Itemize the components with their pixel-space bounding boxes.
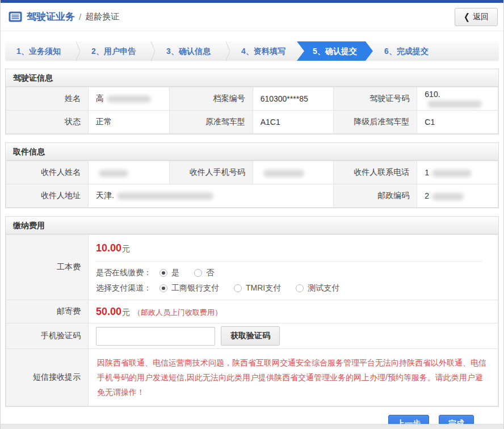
table-row: 手机验证码 获取验证码 — [6, 323, 498, 349]
fees-title: 缴纳费用 — [6, 217, 498, 234]
back-button-label: 返回 — [473, 12, 489, 22]
card-fee-amount-line: 10.00元 — [96, 242, 490, 254]
file-number-value: 610300****85 — [253, 87, 334, 111]
card-fee-label: 工本费 — [6, 235, 89, 300]
breadcrumb-primary: 驾驶证业务 — [27, 10, 75, 23]
breadcrumb-secondary: 超龄换证 — [85, 11, 119, 22]
radio-online-pay-yes[interactable]: 是 — [159, 268, 179, 278]
status-label: 状态 — [6, 111, 89, 134]
table-row: 状态 正常 原准驾车型 A1C1 降级后准驾车型 C1 — [6, 111, 498, 134]
fees-table: 工本费 10.00元 是否在线缴费： 是 — [6, 234, 498, 406]
tab-step-3[interactable]: 3、确认信息 — [155, 41, 222, 61]
radio-label: 工商银行支付 — [171, 283, 219, 293]
downgraded-class-label: 降级后准驾车型 — [334, 111, 417, 134]
currency-unit: 元 — [122, 308, 130, 317]
license-info-table: 姓名 高 档案编号 610300****85 驾驶证号码 610. 状态 正常 … — [6, 87, 498, 134]
radio-label: TMRI支付 — [246, 283, 281, 293]
sms-code-input[interactable] — [96, 327, 215, 346]
recipient-mobile-label: 收件人手机号码 — [169, 161, 253, 184]
license-list-icon — [9, 11, 22, 22]
radio-label: 否 — [206, 268, 214, 278]
tab-filler — [440, 41, 499, 61]
license-number-label: 驾驶证号码 — [334, 87, 417, 111]
table-row: 邮寄费 50.00元（邮政人员上门收取费用） — [6, 300, 498, 323]
name-value: 高 — [89, 87, 170, 111]
table-row: 姓名 高 档案编号 610300****85 驾驶证号码 610. — [6, 87, 498, 111]
page-header: 驾驶证业务 / 超龄换证 ❮ 返回 — [1, 3, 503, 31]
radio-unchecked-icon — [234, 284, 242, 292]
radio-label: 测试支付 — [308, 283, 339, 293]
currency-unit: 元 — [122, 244, 130, 253]
license-info-section: 驾驶证信息 姓名 高 档案编号 610300****85 驾驶证号码 610. … — [5, 69, 499, 134]
recipient-address-value: 天津. — [89, 184, 334, 208]
recipient-name-value — [89, 161, 170, 184]
tab-step-5-active[interactable]: 5、确认提交 — [297, 41, 373, 61]
radio-channel-tmri[interactable]: TMRI支付 — [234, 283, 281, 293]
redaction-smudge — [263, 170, 304, 177]
name-label: 姓名 — [6, 87, 89, 111]
chevron-left-icon: ❮ — [464, 12, 470, 22]
recipient-phone-value: 1 — [417, 161, 498, 184]
radio-channel-test[interactable]: 测试支付 — [296, 283, 339, 293]
tab-separator — [72, 41, 80, 61]
recipient-mobile-value — [253, 161, 334, 184]
card-fee-cell: 10.00元 是否在线缴费： 是 否 — [89, 235, 498, 300]
recipient-phone-label: 收件人联系电话 — [334, 161, 417, 184]
pickup-info-section: 取件信息 收件人姓名 收件人手机号码 收件人联系电话 1 收件人地址 天津. 邮… — [5, 142, 499, 208]
sms-tip-text: 因陕西省联通、电信运营商技术问题，陕西省互联网交通安全综合服务管理平台无法向持陕… — [97, 355, 489, 399]
file-number-label: 档案编号 — [169, 87, 253, 111]
card-fee-amount: 10.00 — [96, 242, 121, 254]
recipient-address-label: 收件人地址 — [6, 184, 89, 208]
pickup-info-title: 取件信息 — [6, 143, 498, 161]
tab-step-1[interactable]: 1、业务须知 — [5, 41, 72, 61]
online-pay-label: 是否在线缴费： — [96, 268, 152, 278]
mail-fee-label: 邮寄费 — [6, 300, 89, 323]
pay-channel-row: 选择支付渠道： 工商银行支付 TMRI支付 测试支付 — [96, 283, 490, 293]
mail-fee-amount: 50.00 — [96, 306, 121, 317]
table-row: 收件人地址 天津. 邮政编码 2 — [6, 184, 498, 208]
bottom-strip — [1, 424, 503, 429]
radio-online-pay-no[interactable]: 否 — [194, 268, 214, 278]
redaction-smudge — [107, 95, 151, 103]
tab-step-4[interactable]: 4、资料填写 — [230, 41, 297, 61]
table-row: 收件人姓名 收件人手机号码 收件人联系电话 1 — [6, 161, 498, 184]
pickup-info-table: 收件人姓名 收件人手机号码 收件人联系电话 1 收件人地址 天津. 邮政编码 2 — [6, 161, 498, 208]
tab-step-2[interactable]: 2、用户申告 — [80, 41, 147, 61]
radio-checked-icon — [159, 269, 167, 277]
tab-step-6[interactable]: 6、完成提交 — [373, 41, 440, 61]
radio-unchecked-icon — [194, 269, 202, 277]
postal-code-label: 邮政编码 — [334, 184, 417, 208]
radio-unchecked-icon — [296, 284, 304, 292]
redaction-smudge — [432, 193, 464, 200]
tab-separator — [147, 41, 155, 61]
online-pay-row: 是否在线缴费： 是 否 — [96, 268, 490, 278]
status-value: 正常 — [89, 111, 170, 134]
breadcrumb-separator: / — [79, 12, 81, 22]
pay-channel-label: 选择支付渠道： — [96, 283, 152, 293]
fees-section: 缴纳费用 工本费 10.00元 是否在线缴费： 是 — [5, 216, 499, 407]
recipient-name-label: 收件人姓名 — [6, 161, 89, 184]
orig-class-label: 原准驾车型 — [169, 111, 253, 134]
divider — [96, 261, 482, 262]
back-button[interactable]: ❮ 返回 — [455, 8, 498, 26]
sms-tip-label: 短信接收提示 — [6, 349, 89, 406]
sms-tip-cell: 因陕西省联通、电信运营商技术问题，陕西省互联网交通安全综合服务管理平台无法向持陕… — [89, 349, 498, 406]
table-row: 短信接收提示 因陕西省联通、电信运营商技术问题，陕西省互联网交通安全综合服务管理… — [6, 349, 498, 406]
radio-label: 是 — [171, 268, 179, 278]
sms-code-cell: 获取验证码 — [89, 323, 498, 349]
redaction-smudge — [117, 192, 213, 200]
orig-class-value: A1C1 — [253, 111, 334, 134]
redaction-smudge — [427, 100, 482, 108]
mail-fee-note: （邮政人员上门收取费用） — [133, 308, 222, 317]
downgraded-class-value: C1 — [417, 111, 498, 134]
mail-fee-cell: 50.00元（邮政人员上门收取费用） — [89, 300, 498, 323]
table-row: 工本费 10.00元 是否在线缴费： 是 — [6, 235, 498, 300]
get-code-button[interactable]: 获取验证码 — [221, 326, 280, 346]
license-number-value: 610. — [417, 87, 498, 111]
tab-separator — [222, 41, 230, 61]
sms-code-label: 手机验证码 — [6, 323, 89, 349]
radio-checked-icon — [159, 284, 167, 292]
radio-channel-icbc[interactable]: 工商银行支付 — [159, 283, 219, 293]
license-info-title: 驾驶证信息 — [6, 69, 498, 87]
redaction-smudge — [432, 170, 472, 177]
